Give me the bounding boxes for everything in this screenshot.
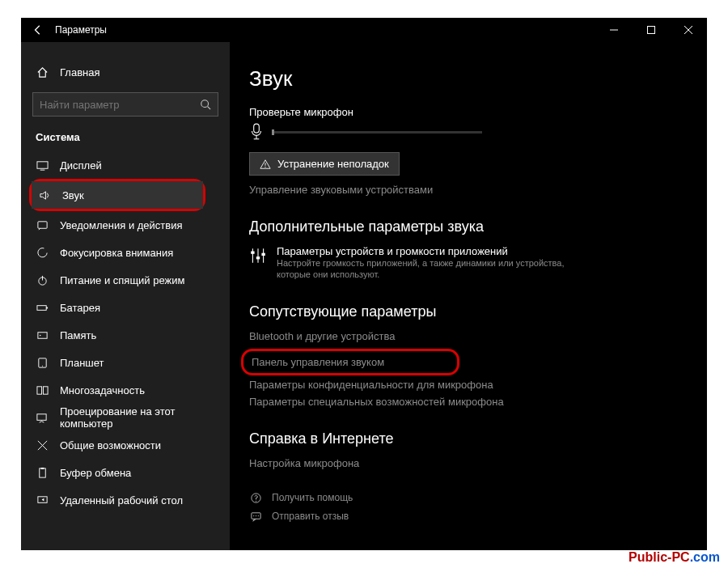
sidebar-item-clipboard[interactable]: Буфер обмена	[21, 459, 230, 486]
sidebar-item-label: Питание и спящий режим	[60, 274, 184, 286]
svg-point-41	[257, 515, 258, 516]
tablet-icon	[36, 357, 49, 369]
svg-rect-33	[256, 256, 260, 259]
svg-rect-13	[37, 332, 46, 338]
feedback-icon	[249, 511, 262, 523]
window-body: Главная Система Дисплей Звук	[21, 42, 707, 550]
notifications-icon	[36, 219, 49, 231]
sidebar-item-label: Фокусировка внимания	[60, 247, 173, 259]
maximize-icon	[647, 26, 655, 34]
search-input[interactable]	[40, 99, 200, 111]
sidebar-item-label: Батарея	[60, 302, 100, 314]
sound-icon	[38, 189, 51, 201]
display-icon	[36, 159, 49, 172]
highlight-sound-nav: Звук	[29, 179, 205, 211]
feedback-label: Отправить отзыв	[272, 511, 349, 522]
sidebar-item-label: Проецирование на этот компьютер	[60, 405, 230, 430]
svg-rect-23	[40, 467, 44, 468]
svg-rect-19	[37, 413, 46, 420]
svg-rect-8	[37, 221, 46, 227]
mic-level-meter	[272, 131, 482, 134]
sidebar-home[interactable]: Главная	[21, 58, 230, 86]
power-icon	[36, 274, 49, 286]
close-icon	[684, 26, 692, 34]
close-button[interactable]	[670, 18, 707, 42]
manage-devices-link[interactable]: Управление звуковыми устройствами	[249, 184, 691, 196]
svg-line-5	[208, 107, 211, 110]
advanced-heading: Дополнительные параметры звука	[249, 218, 691, 235]
app-volume-title: Параметры устройств и громкости приложен…	[277, 245, 568, 257]
feedback-row[interactable]: Отправить отзыв	[249, 511, 691, 523]
maximize-button[interactable]	[633, 18, 670, 42]
sidebar: Главная Система Дисплей Звук	[21, 42, 230, 550]
watermark-a: Public-PC	[629, 550, 690, 564]
back-button[interactable]	[21, 18, 55, 42]
link-mic-accessibility[interactable]: Параметры специальных возможностей микро…	[249, 396, 691, 408]
sidebar-home-label: Главная	[60, 66, 99, 78]
troubleshoot-button[interactable]: Устранение неполадок	[249, 152, 400, 176]
search-icon	[200, 99, 211, 110]
sidebar-item-label: Многозадачность	[60, 384, 145, 396]
minimize-button[interactable]	[595, 18, 633, 42]
svg-rect-35	[261, 253, 265, 256]
minimize-icon	[610, 26, 618, 34]
troubleshoot-label: Устранение неполадок	[277, 158, 389, 170]
sidebar-item-storage[interactable]: Память	[21, 321, 230, 349]
watermark: Public-PC.com	[629, 550, 720, 565]
sidebar-item-tablet[interactable]: Планшет	[21, 349, 230, 376]
svg-point-40	[255, 515, 256, 516]
sidebar-item-notifications[interactable]: Уведомления и действия	[21, 211, 230, 239]
sidebar-item-sound[interactable]: Звук	[32, 181, 203, 209]
sidebar-section-title: Система	[21, 126, 230, 151]
svg-rect-31	[251, 252, 254, 254]
get-help-label: Получить помощь	[272, 492, 353, 503]
sidebar-item-multitasking[interactable]: Многозадачность	[21, 376, 230, 404]
sidebar-item-label: Память	[60, 329, 96, 341]
shared-icon	[36, 439, 49, 451]
remote-icon	[36, 494, 49, 507]
warning-icon	[260, 159, 271, 170]
sidebar-item-label: Планшет	[60, 357, 104, 369]
mic-test-label: Проверьте микрофон	[249, 106, 691, 118]
svg-rect-22	[39, 468, 45, 477]
sliders-icon	[249, 247, 267, 265]
sidebar-item-projecting[interactable]: Проецирование на этот компьютер	[21, 404, 230, 431]
svg-rect-11	[36, 305, 45, 310]
svg-point-4	[201, 100, 209, 108]
svg-point-16	[41, 365, 42, 366]
sidebar-item-remote[interactable]: Удаленный рабочий стол	[21, 486, 230, 514]
page-title: Звук	[249, 66, 691, 91]
link-sound-control-panel[interactable]: Панель управления звуком	[252, 356, 449, 368]
svg-point-39	[253, 515, 254, 516]
svg-rect-1	[648, 27, 655, 34]
battery-icon	[36, 302, 49, 314]
web-help-heading: Справка в Интернете	[249, 430, 691, 447]
sidebar-item-label: Уведомления и действия	[60, 219, 183, 231]
mic-test-row	[249, 123, 691, 141]
sidebar-item-power[interactable]: Питание и спящий режим	[21, 266, 230, 294]
link-mic-privacy[interactable]: Параметры конфиденциальности для микрофо…	[249, 379, 691, 391]
link-mic-setup[interactable]: Настройка микрофона	[249, 457, 691, 469]
sidebar-item-battery[interactable]: Батарея	[21, 294, 230, 321]
app-volume-row[interactable]: Параметры устройств и громкости приложен…	[249, 245, 691, 281]
svg-rect-12	[46, 307, 48, 308]
link-bluetooth[interactable]: Bluetooth и другие устройства	[249, 330, 691, 342]
content-area: Звук Проверьте микрофон Устранение непол…	[230, 42, 707, 550]
sidebar-item-display[interactable]: Дисплей	[21, 151, 230, 179]
arrow-left-icon	[32, 24, 44, 36]
sidebar-item-label: Буфер обмена	[60, 467, 131, 479]
clipboard-icon	[36, 467, 49, 479]
search-input-wrapper[interactable]	[32, 92, 218, 117]
storage-icon	[36, 329, 49, 341]
sidebar-item-focus[interactable]: Фокусировка внимания	[21, 239, 230, 266]
sidebar-item-shared[interactable]: Общие возможности	[21, 431, 230, 459]
settings-window: Параметры Главная	[21, 18, 707, 550]
svg-rect-6	[36, 161, 47, 167]
svg-point-29	[265, 166, 265, 167]
window-title: Параметры	[55, 24, 107, 36]
sidebar-item-label: Удаленный рабочий стол	[60, 494, 183, 507]
sidebar-item-label: Общие возможности	[60, 439, 161, 451]
window-controls	[595, 18, 707, 42]
projecting-icon	[36, 412, 49, 424]
get-help-row[interactable]: Получить помощь	[249, 492, 691, 504]
